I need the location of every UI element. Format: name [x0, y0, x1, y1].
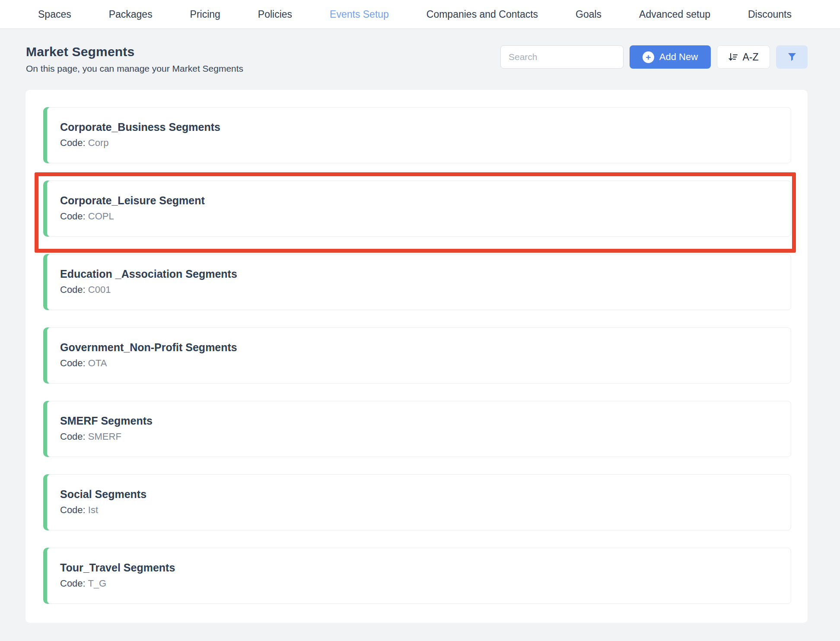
segment-row-corporate-leisure-segment-highlighted: Corporate_Leisure SegmentCode: COPL	[43, 181, 791, 237]
nav-item-advanced-setup[interactable]: Advanced setup	[639, 9, 710, 20]
add-new-label: Add New	[659, 51, 698, 63]
add-new-button[interactable]: + Add New	[630, 45, 711, 69]
segment-code: Code: C001	[60, 284, 778, 295]
toolbar: + Add New A-Z	[500, 45, 808, 69]
page-title: Market Segments	[26, 44, 243, 59]
segment-code-value: T_G	[86, 578, 107, 589]
segment-code-value: Corp	[86, 137, 109, 148]
sort-descending-icon	[728, 52, 738, 62]
segment-code: Code: T_G	[60, 578, 778, 589]
page-header: Market Segments On this page, you can ma…	[0, 29, 840, 90]
filter-button[interactable]	[776, 45, 808, 69]
filter-icon	[787, 52, 797, 62]
segment-row-smerf-segments: SMERF SegmentsCode: SMERF	[43, 401, 791, 457]
segment-code-value: OTA	[86, 358, 107, 368]
segment-name: Government_Non-Profit Segments	[60, 341, 778, 354]
segment-name: Education _Association Segments	[60, 267, 778, 280]
nav-item-events-setup[interactable]: Events Setup	[330, 9, 389, 20]
segment-card[interactable]: Government_Non-Profit SegmentsCode: OTA	[47, 327, 791, 384]
segment-code-value: Ist	[86, 505, 98, 515]
segment-card[interactable]: Tour_Travel SegmentsCode: T_G	[47, 548, 791, 604]
segment-code-value: SMERF	[86, 431, 121, 442]
segment-row-government-non-profit-segments: Government_Non-Profit SegmentsCode: OTA	[43, 327, 791, 384]
segment-code-label: Code:	[60, 137, 86, 148]
segment-card[interactable]: Corporate_Leisure SegmentCode: COPL	[47, 181, 791, 237]
nav-item-spaces[interactable]: Spaces	[38, 9, 71, 20]
segment-code: Code: OTA	[60, 358, 778, 369]
nav-item-discounts[interactable]: Discounts	[748, 9, 792, 20]
nav-item-pricing[interactable]: Pricing	[190, 9, 220, 20]
segment-code-value: C001	[86, 284, 111, 295]
nav-item-goals[interactable]: Goals	[576, 9, 601, 20]
segments-panel: Corporate_Business SegmentsCode: CorpCor…	[25, 90, 808, 623]
segment-code-label: Code:	[60, 358, 86, 368]
segment-name: Tour_Travel Segments	[60, 561, 778, 574]
segment-row-tour-travel-segments: Tour_Travel SegmentsCode: T_G	[43, 548, 791, 604]
segment-code: Code: Corp	[60, 137, 778, 149]
segment-code-label: Code:	[60, 431, 86, 442]
segment-name: Social Segments	[60, 488, 778, 501]
segment-code-label: Code:	[60, 505, 86, 515]
page-subtitle: On this page, you can manage your Market…	[26, 63, 243, 74]
segment-name: Corporate_Business Segments	[60, 121, 778, 133]
segment-code: Code: SMERF	[60, 431, 778, 442]
segment-code: Code: COPL	[60, 211, 778, 222]
sort-az-button[interactable]: A-Z	[717, 45, 770, 69]
segment-card[interactable]: Corporate_Business SegmentsCode: Corp	[47, 107, 791, 163]
nav-item-companies-and-contacts[interactable]: Companies and Contacts	[426, 9, 538, 20]
segment-code-value: COPL	[86, 211, 114, 222]
segment-code-label: Code:	[60, 578, 86, 589]
top-navigation: SpacesPackagesPricingPoliciesEvents Setu…	[0, 0, 840, 29]
segment-row-social-segments: Social SegmentsCode: Ist	[43, 474, 791, 530]
segment-card[interactable]: Education _Association SegmentsCode: C00…	[47, 254, 791, 310]
segment-card[interactable]: Social SegmentsCode: Ist	[47, 474, 791, 530]
segment-row-corporate-business-segments: Corporate_Business SegmentsCode: Corp	[43, 107, 791, 163]
segment-name: Corporate_Leisure Segment	[60, 194, 778, 207]
nav-item-policies[interactable]: Policies	[258, 9, 292, 20]
sort-az-label: A-Z	[742, 51, 758, 63]
segment-name: SMERF Segments	[60, 414, 778, 427]
nav-item-packages[interactable]: Packages	[109, 9, 153, 20]
segment-code: Code: Ist	[60, 505, 778, 516]
segment-row-education-association-segments: Education _Association SegmentsCode: C00…	[43, 254, 791, 310]
search-input[interactable]	[500, 45, 624, 69]
segment-code-label: Code:	[60, 284, 86, 295]
plus-circle-icon: +	[643, 51, 654, 63]
segment-card[interactable]: SMERF SegmentsCode: SMERF	[47, 401, 791, 457]
segment-code-label: Code:	[60, 211, 86, 222]
